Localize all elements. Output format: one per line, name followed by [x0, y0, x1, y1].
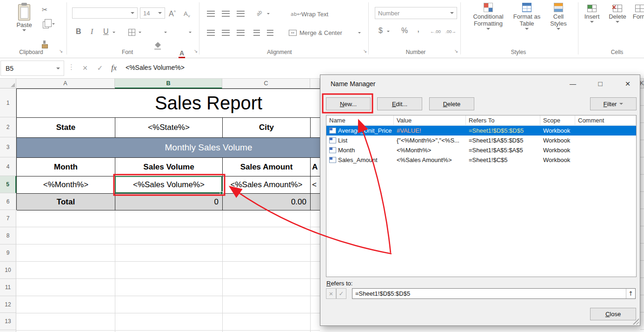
names-list[interactable]: Name Value Refers To Scope Comment Avera…: [326, 115, 637, 277]
confirm-refers-icon[interactable]: [336, 288, 346, 299]
name-box[interactable]: B5: [0, 61, 64, 76]
cell-b5-sales-volume-value[interactable]: <%Sales Volume%>: [115, 176, 223, 194]
align-top-button[interactable]: [207, 11, 215, 17]
close-icon[interactable]: [620, 78, 635, 90]
insert-cells-button[interactable]: Insert: [582, 5, 602, 23]
copy-button[interactable]: [43, 21, 49, 28]
list-column-name[interactable]: Name: [326, 115, 394, 125]
cell-c2-city-label[interactable]: City: [223, 118, 311, 138]
delete-button[interactable]: Delete: [429, 97, 474, 110]
borders-button[interactable]: [128, 29, 135, 36]
fill-handle[interactable]: [220, 191, 223, 195]
edit-button[interactable]: Edit...: [377, 97, 422, 110]
column-header-k-partial[interactable]: K: [640, 79, 644, 88]
row-header-3[interactable]: 3: [0, 137, 16, 157]
increase-indent-button[interactable]: [267, 30, 273, 36]
column-header-b[interactable]: B: [115, 79, 222, 88]
confirm-entry-icon[interactable]: [94, 62, 106, 74]
paste-button[interactable]: Paste: [13, 3, 35, 31]
row-header-13[interactable]: 13: [0, 313, 16, 330]
column-header-d-partial[interactable]: [310, 79, 320, 88]
refers-to-input[interactable]: [352, 288, 636, 299]
column-header-c[interactable]: C: [222, 79, 310, 88]
list-column-comment[interactable]: Comment: [575, 115, 636, 125]
cut-button[interactable]: [42, 6, 48, 14]
italic-button[interactable]: I: [91, 27, 93, 36]
row-header-8[interactable]: 8: [0, 227, 16, 244]
cell-b2-state-value[interactable]: <%State%>: [115, 118, 223, 138]
cell-a4-month-label[interactable]: Month: [17, 158, 115, 176]
list-column-refers-to[interactable]: Refers To: [466, 115, 540, 125]
row-header-9[interactable]: 9: [0, 244, 16, 262]
format-cells-button[interactable]: Form: [631, 5, 644, 20]
row-header-10[interactable]: 10: [0, 262, 16, 279]
number-dialog-launcher-icon[interactable]: [453, 48, 459, 54]
filter-button[interactable]: Filter: [590, 97, 637, 110]
cell-styles-button[interactable]: Cell Styles: [545, 3, 572, 30]
cell-a5-month-value[interactable]: <%Month%>: [17, 176, 115, 194]
decrease-indent-button[interactable]: [253, 30, 260, 36]
cell-a6-total-label[interactable]: Total: [17, 194, 115, 210]
wrap-text-button[interactable]: Wrap Text: [301, 11, 328, 18]
comma-format-button[interactable]: ,: [417, 25, 419, 33]
cell-c6-total-amount[interactable]: 0.00: [223, 194, 311, 210]
cell-c4-sales-amount-label[interactable]: Sales Amount: [223, 158, 311, 176]
row-header-7[interactable]: 7: [0, 210, 16, 227]
collapse-dialog-icon[interactable]: [626, 289, 635, 298]
cell-b4-sales-volume-label[interactable]: Sales Volume: [115, 158, 223, 176]
font-size-combo[interactable]: 14: [140, 7, 165, 19]
name-row[interactable]: List {"<%Month%>","<%S... =Sheet1!$A$5:$…: [326, 136, 636, 145]
row-header-6[interactable]: 6: [0, 193, 16, 210]
currency-format-button[interactable]: $: [378, 27, 383, 35]
increase-decimal-button[interactable]: ←.00: [430, 29, 441, 34]
name-row[interactable]: Average_Unit_Price #VALUE! =Sheet1!$D$5:…: [326, 126, 636, 136]
close-button[interactable]: Close: [590, 308, 636, 320]
orientation-button[interactable]: [255, 9, 263, 17]
cell-c5-sales-amount-value[interactable]: <%Sales Amount%>: [223, 176, 311, 194]
delete-cells-button[interactable]: Delete: [607, 5, 628, 23]
font-dialog-launcher-icon[interactable]: [193, 48, 199, 54]
clipboard-dialog-launcher-icon[interactable]: [58, 48, 64, 54]
number-format-combo[interactable]: Number: [375, 7, 457, 19]
format-as-table-button[interactable]: Format as Table: [510, 3, 544, 30]
align-middle-button[interactable]: [222, 11, 230, 17]
cell-a2-state-label[interactable]: State: [17, 118, 115, 138]
merge-center-button[interactable]: Merge & Center: [299, 29, 342, 36]
underline-button[interactable]: U: [103, 27, 109, 36]
align-center-button[interactable]: [222, 30, 230, 36]
decrease-font-size-button[interactable]: A˅: [184, 10, 190, 20]
column-header-a[interactable]: A: [16, 79, 115, 88]
format-painter-button[interactable]: [41, 41, 48, 48]
minimize-icon[interactable]: [565, 78, 580, 90]
cancel-entry-icon[interactable]: [79, 62, 91, 74]
new-button[interactable]: New...: [326, 97, 371, 110]
list-column-scope[interactable]: Scope: [540, 115, 575, 125]
font-name-combo[interactable]: [72, 7, 138, 19]
formula-content[interactable]: <%Sales Volume%>: [126, 64, 185, 71]
percent-format-button[interactable]: %: [401, 27, 408, 35]
row-header-1[interactable]: 1: [0, 88, 16, 117]
bold-button[interactable]: B: [76, 27, 81, 36]
cell-b6-total-volume[interactable]: 0: [115, 194, 223, 210]
name-row[interactable]: Month <%Month%> =Sheet1!$A$5:$A$5 Workbo…: [326, 145, 636, 155]
maximize-icon[interactable]: [593, 78, 608, 90]
row-header-5[interactable]: 5: [0, 176, 16, 193]
insert-function-button[interactable]: fx: [108, 62, 120, 74]
align-right-button[interactable]: [237, 30, 245, 36]
alignment-dialog-launcher-icon[interactable]: [362, 48, 368, 54]
decrease-decimal-button[interactable]: .00→: [445, 29, 456, 34]
align-left-button[interactable]: [207, 30, 215, 36]
name-row[interactable]: Sales_Amount <%Sales Amount%> =Sheet1!$C…: [326, 155, 636, 165]
increase-font-size-button[interactable]: A^: [169, 8, 176, 18]
list-column-value[interactable]: Value: [394, 115, 466, 125]
row-header-4[interactable]: 4: [0, 157, 16, 176]
fill-color-button[interactable]: [154, 42, 161, 50]
row-header-11[interactable]: 11: [0, 279, 16, 296]
cancel-refers-icon[interactable]: [326, 288, 336, 299]
formula-bar-handle-icon[interactable]: [68, 63, 75, 71]
row-header-12[interactable]: 12: [0, 296, 16, 313]
conditional-formatting-button[interactable]: Conditional Formatting: [469, 3, 508, 30]
align-bottom-button[interactable]: [237, 11, 245, 17]
select-all-corner[interactable]: [0, 79, 16, 88]
row-header-2[interactable]: 2: [0, 117, 16, 137]
